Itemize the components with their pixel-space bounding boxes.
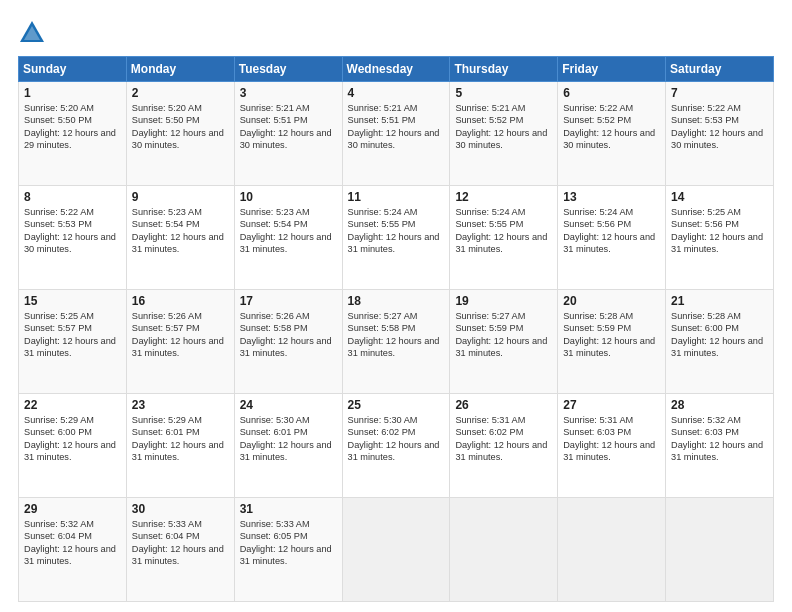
calendar-cell (666, 498, 774, 602)
page: SundayMondayTuesdayWednesdayThursdayFrid… (0, 0, 792, 612)
day-number: 9 (132, 190, 229, 204)
day-number: 27 (563, 398, 660, 412)
day-number: 4 (348, 86, 445, 100)
cell-info: Sunrise: 5:29 AMSunset: 6:00 PMDaylight:… (24, 415, 116, 462)
cell-info: Sunrise: 5:29 AMSunset: 6:01 PMDaylight:… (132, 415, 224, 462)
cell-info: Sunrise: 5:32 AMSunset: 6:04 PMDaylight:… (24, 519, 116, 566)
calendar-cell (342, 498, 450, 602)
calendar-cell: 16Sunrise: 5:26 AMSunset: 5:57 PMDayligh… (126, 290, 234, 394)
day-number: 17 (240, 294, 337, 308)
cell-info: Sunrise: 5:31 AMSunset: 6:03 PMDaylight:… (563, 415, 655, 462)
cell-info: Sunrise: 5:24 AMSunset: 5:56 PMDaylight:… (563, 207, 655, 254)
calendar-cell: 2Sunrise: 5:20 AMSunset: 5:50 PMDaylight… (126, 82, 234, 186)
calendar-cell: 9Sunrise: 5:23 AMSunset: 5:54 PMDaylight… (126, 186, 234, 290)
cell-info: Sunrise: 5:22 AMSunset: 5:53 PMDaylight:… (671, 103, 763, 150)
cell-info: Sunrise: 5:33 AMSunset: 6:04 PMDaylight:… (132, 519, 224, 566)
calendar-cell: 3Sunrise: 5:21 AMSunset: 5:51 PMDaylight… (234, 82, 342, 186)
calendar-cell: 24Sunrise: 5:30 AMSunset: 6:01 PMDayligh… (234, 394, 342, 498)
calendar-cell: 11Sunrise: 5:24 AMSunset: 5:55 PMDayligh… (342, 186, 450, 290)
cell-info: Sunrise: 5:32 AMSunset: 6:03 PMDaylight:… (671, 415, 763, 462)
calendar-cell: 10Sunrise: 5:23 AMSunset: 5:54 PMDayligh… (234, 186, 342, 290)
calendar-cell: 21Sunrise: 5:28 AMSunset: 6:00 PMDayligh… (666, 290, 774, 394)
day-number: 28 (671, 398, 768, 412)
calendar-cell: 28Sunrise: 5:32 AMSunset: 6:03 PMDayligh… (666, 394, 774, 498)
day-number: 26 (455, 398, 552, 412)
cell-info: Sunrise: 5:30 AMSunset: 6:02 PMDaylight:… (348, 415, 440, 462)
cell-info: Sunrise: 5:30 AMSunset: 6:01 PMDaylight:… (240, 415, 332, 462)
calendar-cell (558, 498, 666, 602)
logo (18, 18, 50, 46)
weekday-header-tuesday: Tuesday (234, 57, 342, 82)
cell-info: Sunrise: 5:26 AMSunset: 5:58 PMDaylight:… (240, 311, 332, 358)
calendar-cell: 7Sunrise: 5:22 AMSunset: 5:53 PMDaylight… (666, 82, 774, 186)
cell-info: Sunrise: 5:20 AMSunset: 5:50 PMDaylight:… (132, 103, 224, 150)
cell-info: Sunrise: 5:21 AMSunset: 5:51 PMDaylight:… (348, 103, 440, 150)
week-row-4: 22Sunrise: 5:29 AMSunset: 6:00 PMDayligh… (19, 394, 774, 498)
calendar-cell: 15Sunrise: 5:25 AMSunset: 5:57 PMDayligh… (19, 290, 127, 394)
calendar-cell: 8Sunrise: 5:22 AMSunset: 5:53 PMDaylight… (19, 186, 127, 290)
cell-info: Sunrise: 5:24 AMSunset: 5:55 PMDaylight:… (348, 207, 440, 254)
cell-info: Sunrise: 5:28 AMSunset: 5:59 PMDaylight:… (563, 311, 655, 358)
cell-info: Sunrise: 5:25 AMSunset: 5:57 PMDaylight:… (24, 311, 116, 358)
logo-icon (18, 18, 46, 46)
calendar-cell: 29Sunrise: 5:32 AMSunset: 6:04 PMDayligh… (19, 498, 127, 602)
calendar-cell: 22Sunrise: 5:29 AMSunset: 6:00 PMDayligh… (19, 394, 127, 498)
day-number: 31 (240, 502, 337, 516)
cell-info: Sunrise: 5:22 AMSunset: 5:52 PMDaylight:… (563, 103, 655, 150)
weekday-header-sunday: Sunday (19, 57, 127, 82)
day-number: 3 (240, 86, 337, 100)
calendar-cell: 6Sunrise: 5:22 AMSunset: 5:52 PMDaylight… (558, 82, 666, 186)
week-row-1: 1Sunrise: 5:20 AMSunset: 5:50 PMDaylight… (19, 82, 774, 186)
calendar-cell: 20Sunrise: 5:28 AMSunset: 5:59 PMDayligh… (558, 290, 666, 394)
day-number: 24 (240, 398, 337, 412)
cell-info: Sunrise: 5:22 AMSunset: 5:53 PMDaylight:… (24, 207, 116, 254)
calendar-cell: 26Sunrise: 5:31 AMSunset: 6:02 PMDayligh… (450, 394, 558, 498)
calendar-cell: 12Sunrise: 5:24 AMSunset: 5:55 PMDayligh… (450, 186, 558, 290)
calendar-cell: 27Sunrise: 5:31 AMSunset: 6:03 PMDayligh… (558, 394, 666, 498)
day-number: 13 (563, 190, 660, 204)
weekday-header-friday: Friday (558, 57, 666, 82)
weekday-header-wednesday: Wednesday (342, 57, 450, 82)
day-number: 15 (24, 294, 121, 308)
day-number: 11 (348, 190, 445, 204)
day-number: 12 (455, 190, 552, 204)
calendar-cell: 13Sunrise: 5:24 AMSunset: 5:56 PMDayligh… (558, 186, 666, 290)
calendar-cell: 18Sunrise: 5:27 AMSunset: 5:58 PMDayligh… (342, 290, 450, 394)
cell-info: Sunrise: 5:25 AMSunset: 5:56 PMDaylight:… (671, 207, 763, 254)
cell-info: Sunrise: 5:23 AMSunset: 5:54 PMDaylight:… (240, 207, 332, 254)
day-number: 29 (24, 502, 121, 516)
cell-info: Sunrise: 5:33 AMSunset: 6:05 PMDaylight:… (240, 519, 332, 566)
day-number: 10 (240, 190, 337, 204)
calendar-cell: 30Sunrise: 5:33 AMSunset: 6:04 PMDayligh… (126, 498, 234, 602)
header (18, 18, 774, 46)
cell-info: Sunrise: 5:27 AMSunset: 5:59 PMDaylight:… (455, 311, 547, 358)
cell-info: Sunrise: 5:27 AMSunset: 5:58 PMDaylight:… (348, 311, 440, 358)
day-number: 5 (455, 86, 552, 100)
week-row-2: 8Sunrise: 5:22 AMSunset: 5:53 PMDaylight… (19, 186, 774, 290)
week-row-5: 29Sunrise: 5:32 AMSunset: 6:04 PMDayligh… (19, 498, 774, 602)
cell-info: Sunrise: 5:26 AMSunset: 5:57 PMDaylight:… (132, 311, 224, 358)
cell-info: Sunrise: 5:23 AMSunset: 5:54 PMDaylight:… (132, 207, 224, 254)
calendar-cell: 1Sunrise: 5:20 AMSunset: 5:50 PMDaylight… (19, 82, 127, 186)
day-number: 7 (671, 86, 768, 100)
day-number: 21 (671, 294, 768, 308)
calendar-cell: 25Sunrise: 5:30 AMSunset: 6:02 PMDayligh… (342, 394, 450, 498)
day-number: 25 (348, 398, 445, 412)
cell-info: Sunrise: 5:28 AMSunset: 6:00 PMDaylight:… (671, 311, 763, 358)
weekday-header-saturday: Saturday (666, 57, 774, 82)
day-number: 8 (24, 190, 121, 204)
weekday-header-monday: Monday (126, 57, 234, 82)
calendar-cell (450, 498, 558, 602)
weekday-header-row: SundayMondayTuesdayWednesdayThursdayFrid… (19, 57, 774, 82)
calendar-cell: 4Sunrise: 5:21 AMSunset: 5:51 PMDaylight… (342, 82, 450, 186)
day-number: 19 (455, 294, 552, 308)
day-number: 23 (132, 398, 229, 412)
cell-info: Sunrise: 5:24 AMSunset: 5:55 PMDaylight:… (455, 207, 547, 254)
cell-info: Sunrise: 5:31 AMSunset: 6:02 PMDaylight:… (455, 415, 547, 462)
day-number: 18 (348, 294, 445, 308)
day-number: 30 (132, 502, 229, 516)
cell-info: Sunrise: 5:21 AMSunset: 5:52 PMDaylight:… (455, 103, 547, 150)
day-number: 16 (132, 294, 229, 308)
calendar-cell: 31Sunrise: 5:33 AMSunset: 6:05 PMDayligh… (234, 498, 342, 602)
day-number: 1 (24, 86, 121, 100)
